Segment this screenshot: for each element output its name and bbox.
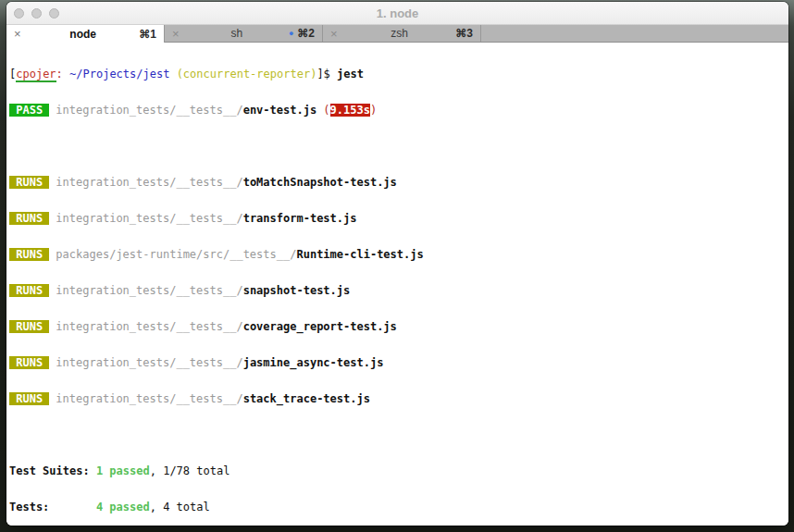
prompt-path: ~/Projects/jest [69, 68, 169, 80]
pass-line: PASS integration_tests/__tests__/env-tes… [9, 105, 788, 117]
runs-badge: RUNS [9, 284, 49, 297]
tab-sh[interactable]: × sh ● ⌘2 [165, 25, 323, 42]
tab-label: sh [185, 27, 289, 40]
blank-line [9, 141, 788, 153]
runs-badge: RUNS [9, 212, 49, 225]
terminal-content[interactable]: [cpojer: ~/Projects/jest (concurrent-rep… [6, 43, 788, 526]
desktop-background: 1. node × node ⌘1 × sh ● ⌘2 × zsh ⌘3 [cp… [0, 0, 794, 532]
runs-line: RUNS integration_tests/__tests__/coverag… [9, 321, 788, 333]
tab-close-icon[interactable]: × [172, 27, 185, 41]
tab-bar-filler [481, 25, 788, 42]
tab-label: node [27, 28, 139, 41]
tab-bar: × node ⌘1 × sh ● ⌘2 × zsh ⌘3 [6, 25, 788, 43]
terminal-window: 1. node × node ⌘1 × sh ● ⌘2 × zsh ⌘3 [cp… [6, 2, 788, 526]
tab-zsh[interactable]: × zsh ⌘3 [323, 25, 481, 42]
runs-badge: RUNS [9, 320, 49, 333]
runs-line: RUNS integration_tests/__tests__/snapsho… [9, 285, 788, 297]
tab-node[interactable]: × node ⌘1 [6, 25, 165, 43]
runs-badge: RUNS [9, 356, 49, 369]
prompt-user: cpojer [16, 68, 56, 82]
runs-badge: RUNS [9, 392, 49, 405]
summary-test-suites: Test Suites: 1 passed, 1/78 total [9, 465, 788, 477]
prompt-line: [cpojer: ~/Projects/jest (concurrent-rep… [9, 68, 788, 80]
runs-line: RUNS integration_tests/__tests__/transfo… [9, 213, 788, 225]
runs-badge: RUNS [9, 176, 49, 189]
activity-dot-icon: ● [289, 29, 293, 38]
runs-line: RUNS integration_tests/__tests__/toMatch… [9, 177, 788, 189]
tab-close-icon[interactable]: × [14, 27, 27, 41]
runs-line: RUNS integration_tests/__tests__/jasmine… [9, 357, 788, 369]
tab-shortcut: ⌘1 [139, 28, 156, 41]
prompt-command: jest [337, 68, 364, 80]
pass-badge: PASS [9, 104, 49, 117]
tab-label: zsh [343, 27, 455, 40]
tab-close-icon[interactable]: × [330, 27, 343, 41]
window-titlebar[interactable]: 1. node [6, 2, 788, 25]
runs-line: RUNS integration_tests/__tests__/stack_t… [9, 393, 788, 405]
tab-shortcut: ⌘3 [455, 27, 473, 40]
summary-tests: Tests: 4 passed, 4 total [9, 501, 788, 513]
runs-line: RUNS packages/jest-runtime/src/__tests__… [9, 249, 788, 261]
slow-time-badge: 9.153s [330, 104, 370, 117]
runs-badge: RUNS [9, 248, 49, 261]
blank-line [9, 429, 788, 441]
window-title: 1. node [6, 2, 788, 25]
tab-shortcut: ⌘2 [297, 27, 315, 40]
prompt-git-branch: (concurrent-reporter) [169, 68, 316, 80]
